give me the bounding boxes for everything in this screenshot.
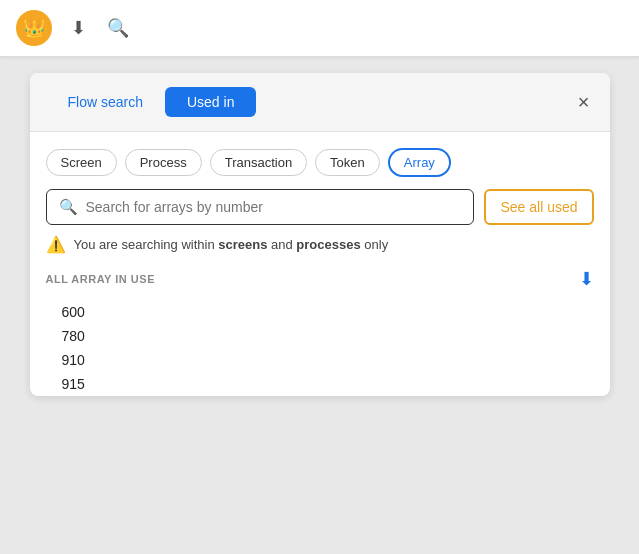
- list-item: 600: [46, 300, 594, 324]
- filter-row: Screen Process Transaction Token Array: [30, 132, 610, 177]
- main-panel: Flow search Used in × Screen Process Tra…: [30, 73, 610, 396]
- result-list: 600 780 910 915: [46, 300, 594, 396]
- results-header: ALL ARRAY IN USE ⬇: [46, 268, 594, 290]
- see-all-used-button[interactable]: See all used: [484, 189, 593, 225]
- warning-text: You are searching within screens and pro…: [74, 237, 389, 252]
- chip-screen[interactable]: Screen: [46, 149, 117, 176]
- results-title: ALL ARRAY IN USE: [46, 273, 155, 285]
- chip-array[interactable]: Array: [388, 148, 451, 177]
- list-item: 910: [46, 348, 594, 372]
- results-download-icon[interactable]: ⬇: [579, 268, 594, 290]
- download-toolbar-icon[interactable]: ⬇: [64, 14, 92, 42]
- search-box: 🔍: [46, 189, 475, 225]
- results-section: ALL ARRAY IN USE ⬇ 600 780 910 915: [30, 254, 610, 396]
- tab-flow-search[interactable]: Flow search: [46, 87, 165, 117]
- search-icon: 🔍: [59, 198, 78, 216]
- tab-used-in[interactable]: Used in: [165, 87, 256, 117]
- search-toolbar-icon[interactable]: 🔍: [104, 14, 132, 42]
- toolbar: 👑 ⬇ 🔍: [0, 0, 639, 57]
- chip-process[interactable]: Process: [125, 149, 202, 176]
- list-item: 915: [46, 372, 594, 396]
- list-item: 780: [46, 324, 594, 348]
- avatar-button[interactable]: 👑: [16, 10, 52, 46]
- chip-token[interactable]: Token: [315, 149, 380, 176]
- avatar-emoji: 👑: [23, 17, 45, 39]
- chip-transaction[interactable]: Transaction: [210, 149, 307, 176]
- warning-icon: ⚠️: [46, 235, 66, 254]
- search-input[interactable]: [86, 199, 462, 215]
- warning-row: ⚠️ You are searching within screens and …: [30, 225, 610, 254]
- search-row: 🔍 See all used: [30, 177, 610, 225]
- close-button[interactable]: ×: [574, 92, 594, 112]
- tab-row: Flow search Used in ×: [30, 73, 610, 132]
